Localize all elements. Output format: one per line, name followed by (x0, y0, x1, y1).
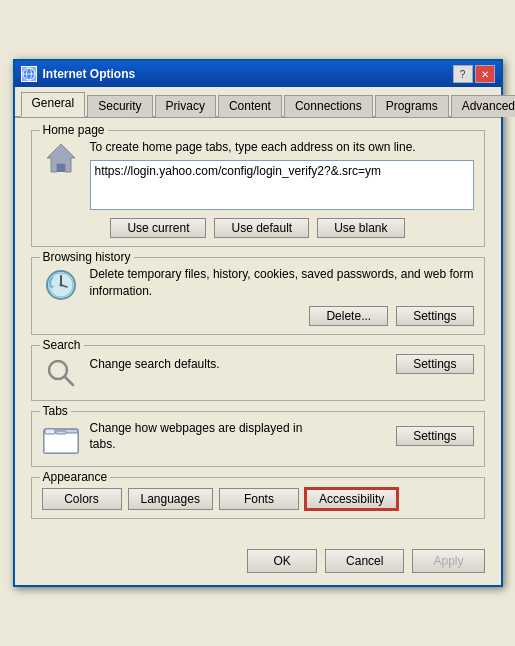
homepage-url-textarea[interactable]: https://login.yahoo.com/config/login_ver… (90, 160, 474, 210)
accessibility-button[interactable]: Accessibility (305, 488, 398, 510)
help-button[interactable]: ? (453, 65, 473, 83)
appearance-section: Appearance Colors Languages Fonts Access… (31, 477, 485, 519)
tab-content-area: Home page To create home page tabs, type… (15, 118, 501, 540)
tab-programs[interactable]: Programs (375, 95, 449, 117)
clock-icon (42, 266, 80, 304)
tab-security[interactable]: Security (87, 95, 152, 117)
search-description: Change search defaults. (90, 357, 220, 371)
browsing-history-description: Delete temporary files, history, cookies… (90, 266, 474, 300)
browsing-history-section: Browsing history Delete tempor (31, 257, 485, 335)
appearance-section-label: Appearance (40, 470, 111, 484)
close-button[interactable]: ✕ (475, 65, 495, 83)
tabs-icon (42, 420, 80, 458)
tabs-settings-button[interactable]: Settings (396, 426, 473, 446)
title-bar-controls: ? ✕ (453, 65, 495, 83)
use-blank-button[interactable]: Use blank (317, 218, 404, 238)
tab-content[interactable]: Content (218, 95, 282, 117)
browsing-history-buttons: Delete... Settings (90, 306, 474, 326)
footer: OK Cancel Apply (15, 541, 501, 585)
use-current-button[interactable]: Use current (110, 218, 206, 238)
search-settings-button[interactable]: Settings (396, 354, 473, 374)
apply-button[interactable]: Apply (412, 549, 484, 573)
use-default-button[interactable]: Use default (214, 218, 309, 238)
title-bar-left: Internet Options (21, 66, 136, 82)
search-section: Search Change search defaults. Settings (31, 345, 485, 401)
window-title: Internet Options (43, 67, 136, 81)
internet-options-window: Internet Options ? ✕ General Security Pr… (13, 59, 503, 586)
browsing-history-right: Delete temporary files, history, cookies… (90, 266, 474, 326)
fonts-button[interactable]: Fonts (219, 488, 299, 510)
tabs-right: Change how webpages are displayed in tab… (90, 420, 474, 454)
ok-button[interactable]: OK (247, 549, 317, 573)
tabs-row: General Security Privacy Content Connect… (15, 87, 501, 118)
homepage-description: To create home page tabs, type each addr… (90, 139, 474, 156)
homepage-section-label: Home page (40, 123, 108, 137)
svg-rect-16 (56, 431, 66, 434)
homepage-right: To create home page tabs, type each addr… (90, 139, 474, 210)
search-section-label: Search (40, 338, 84, 352)
search-section-content: Change search defaults. Settings (42, 354, 474, 392)
languages-button[interactable]: Languages (128, 488, 213, 510)
title-bar: Internet Options ? ✕ (15, 61, 501, 87)
home-icon (42, 139, 80, 177)
tabs-section: Tabs Change how webpages are displayed i… (31, 411, 485, 467)
browsing-settings-button[interactable]: Settings (396, 306, 473, 326)
tabs-description: Change how webpages are displayed in tab… (90, 420, 310, 454)
tab-general[interactable]: General (21, 92, 86, 117)
svg-rect-14 (44, 433, 78, 453)
tabs-section-label: Tabs (40, 404, 71, 418)
homepage-section: Home page To create home page tabs, type… (31, 130, 485, 247)
browsing-history-content: Delete temporary files, history, cookies… (42, 266, 474, 326)
homepage-section-content: To create home page tabs, type each addr… (42, 139, 474, 210)
colors-button[interactable]: Colors (42, 488, 122, 510)
delete-button[interactable]: Delete... (309, 306, 388, 326)
search-icon (42, 354, 80, 392)
tabs-section-content: Change how webpages are displayed in tab… (42, 420, 474, 458)
svg-point-9 (59, 284, 62, 287)
window-icon (21, 66, 37, 82)
cancel-button[interactable]: Cancel (325, 549, 404, 573)
svg-rect-4 (57, 164, 65, 172)
tab-connections[interactable]: Connections (284, 95, 373, 117)
appearance-buttons: Colors Languages Fonts Accessibility (42, 488, 474, 510)
homepage-buttons: Use current Use default Use blank (42, 218, 474, 238)
browsing-history-label: Browsing history (40, 250, 134, 264)
svg-line-12 (65, 377, 73, 385)
tab-privacy[interactable]: Privacy (155, 95, 216, 117)
search-right: Change search defaults. Settings (90, 354, 474, 374)
svg-rect-15 (45, 429, 55, 434)
tab-advanced[interactable]: Advanced (451, 95, 515, 117)
